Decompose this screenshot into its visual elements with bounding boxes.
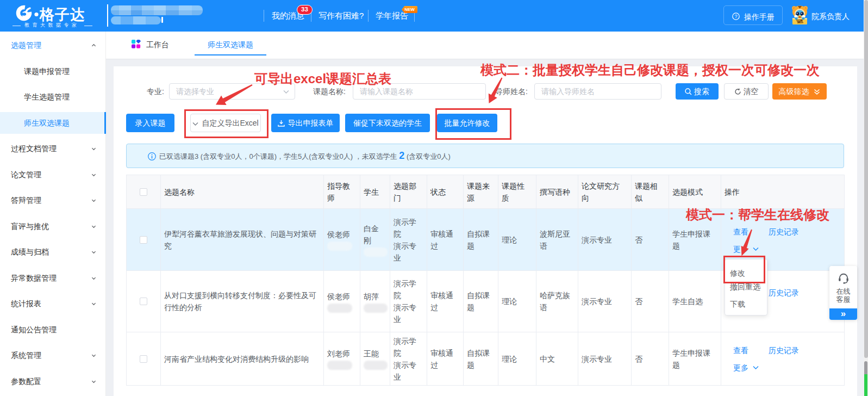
svg-text:?: ?: [734, 14, 737, 19]
